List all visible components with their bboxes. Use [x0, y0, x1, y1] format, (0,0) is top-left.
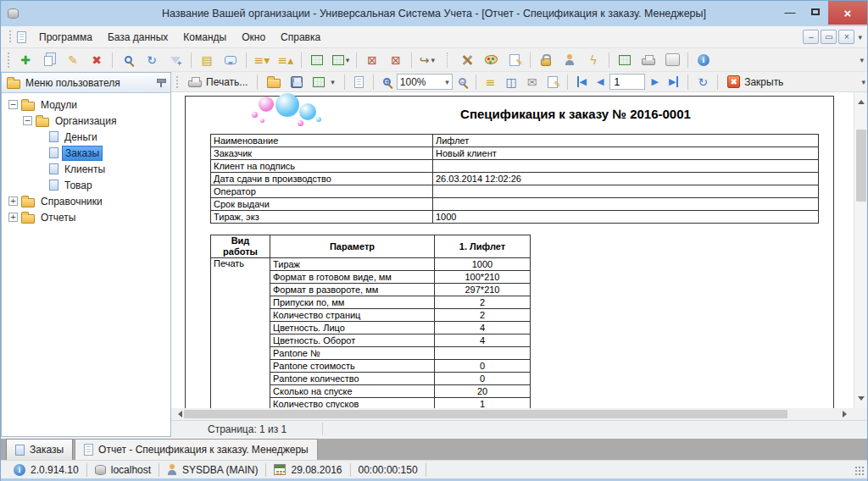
tools-button[interactable]	[456, 50, 478, 70]
toolbar-grip[interactable]	[8, 30, 13, 44]
horizontal-scrollbar[interactable]	[171, 408, 867, 420]
page-icon	[84, 444, 93, 456]
scroll-down-icon[interactable]	[858, 396, 865, 404]
filter-button[interactable]	[164, 50, 186, 70]
first-page-button[interactable]: ◀	[573, 73, 591, 91]
menu-programma[interactable]: Программа	[31, 29, 100, 46]
host-text: localhost	[111, 464, 151, 476]
tree-item-label: Организация	[53, 114, 119, 128]
horizontal-scroll-thumb[interactable]	[184, 410, 787, 418]
collapse-all-button[interactable]: ≡▴	[275, 50, 297, 70]
add-icon: ✚	[20, 54, 31, 66]
open-report-button[interactable]	[263, 73, 285, 91]
vertical-scroll-thumb[interactable]	[856, 130, 866, 202]
tree-item-tovar[interactable]: Товар	[2, 177, 170, 193]
close-all-windows-button[interactable]: ⊠	[385, 50, 407, 70]
menu-spravka[interactable]: Справка	[273, 29, 328, 46]
tab-zakazy[interactable]: Заказы	[6, 439, 73, 460]
form-editor-button[interactable]	[504, 50, 526, 70]
tree-item-dengi[interactable]: Деньги	[2, 129, 170, 145]
mdi-close-button[interactable]: ×	[838, 30, 854, 44]
search-button[interactable]	[117, 50, 139, 70]
dropdown-caret: ▾	[431, 56, 436, 64]
expand-box-icon[interactable]: +	[8, 213, 18, 222]
zoom-out-icon: −	[459, 78, 466, 86]
edit-button[interactable]: ✎	[62, 50, 84, 70]
tree-item-klienty[interactable]: Клиенты	[2, 161, 170, 177]
export-menu-button[interactable]: ▾	[330, 50, 352, 70]
mdi-restore-button[interactable]: ▭	[821, 30, 837, 44]
maximize-button[interactable]	[803, 1, 828, 23]
palette-button[interactable]	[480, 50, 502, 70]
toolbar-separator	[411, 53, 412, 68]
refresh-button[interactable]: ↻	[141, 50, 163, 70]
zoom-in-button[interactable]: +	[379, 73, 395, 91]
info-button[interactable]	[693, 50, 715, 70]
save-report-button[interactable]	[287, 73, 307, 91]
report-toolbar-overflow-caret[interactable]: ▾	[861, 78, 865, 86]
expand-all-button[interactable]: ≡▾	[251, 50, 273, 70]
run-button[interactable]	[661, 50, 683, 70]
lock-button[interactable]	[535, 50, 557, 70]
tree-item-moduli[interactable]: −Модули	[2, 97, 170, 113]
page-settings-button[interactable]: ✉	[523, 73, 542, 91]
field-chooser-button[interactable]: ▤	[196, 50, 218, 70]
table-button[interactable]	[614, 50, 636, 70]
zoom-out-button[interactable]: −	[454, 73, 470, 91]
exit-button[interactable]: ↪▾	[416, 50, 438, 70]
outline-button[interactable]: ≡	[481, 73, 500, 91]
search-icon	[125, 56, 132, 64]
close-report-button[interactable]: ✖ Закрыть	[723, 73, 787, 91]
export-report-button[interactable]: ▾	[309, 73, 339, 91]
menubar-overflow-caret[interactable]: ▾	[858, 33, 862, 41]
zoom-combo[interactable]: 100% ▾	[397, 74, 453, 90]
tree-item-otchety[interactable]: +Отчеты	[2, 209, 170, 225]
power-button[interactable]: ϟ	[582, 50, 604, 70]
expand-box-icon[interactable]: +	[8, 196, 18, 206]
toolbar-grip[interactable]	[175, 75, 180, 88]
comments-button[interactable]	[220, 50, 242, 70]
menu-okno[interactable]: Окно	[234, 29, 273, 46]
info-row: Клиент на подпись	[211, 160, 819, 173]
next-page-button[interactable]: ▶	[647, 73, 662, 91]
status-bar: 2.0.914.10 localhost SYSDBA (MAIN) 29.08…	[1, 460, 867, 478]
export-excel-button[interactable]	[306, 50, 328, 70]
close-button[interactable]: ×	[828, 1, 867, 25]
last-page-button[interactable]: ▶	[665, 73, 682, 91]
scroll-right-icon[interactable]	[843, 411, 850, 417]
copy-button[interactable]	[38, 50, 60, 70]
minimize-button[interactable]: —	[777, 1, 803, 23]
preview-button[interactable]	[350, 73, 368, 91]
resize-grip[interactable]	[855, 467, 865, 476]
prev-page-button[interactable]: ◀	[593, 73, 608, 91]
tree-item-zakazy[interactable]: Заказы	[2, 145, 170, 161]
toolbar-grip[interactable]	[7, 52, 11, 68]
print-report-button[interactable]: Печать...	[184, 73, 252, 91]
mdi-minimize-button[interactable]: –	[803, 30, 819, 44]
menu-baza-dannyh[interactable]: База данных	[100, 29, 175, 46]
tab-report[interactable]: Отчет - Спецификация к заказу. Менеджеры	[75, 439, 318, 460]
tree-item-organizatsiya[interactable]: −Организация	[2, 113, 170, 129]
users-button[interactable]	[559, 50, 581, 70]
refresh-report-button[interactable]: ↻	[693, 73, 712, 91]
toolbar-overflow-caret[interactable]: ▾	[860, 56, 864, 64]
page-number-input[interactable]	[609, 74, 645, 90]
menu-komandy[interactable]: Команды	[175, 29, 234, 46]
delete-button[interactable]: ✖	[86, 50, 108, 70]
collapse-box-icon[interactable]: −	[8, 100, 18, 109]
thumbnails-button[interactable]: ◫	[502, 73, 521, 91]
pin-icon[interactable]	[156, 78, 165, 87]
close-window-button[interactable]: ⊠	[361, 50, 383, 70]
add-button[interactable]: ✚	[14, 50, 36, 70]
collapse-box-icon[interactable]: −	[23, 116, 32, 125]
print-button[interactable]	[637, 50, 659, 70]
scroll-left-icon[interactable]	[175, 411, 182, 417]
edit-page-button[interactable]	[543, 73, 562, 91]
edit-icon: ✎	[68, 54, 78, 66]
scroll-up-icon[interactable]	[858, 97, 865, 104]
host-item: localhost	[87, 464, 159, 476]
tree-item-spravochniki[interactable]: +Справочники	[2, 193, 170, 209]
vertical-scrollbar[interactable]	[854, 92, 867, 408]
info-cell: Тираж, экз	[211, 211, 433, 224]
close-all-windows-icon: ⊠	[391, 54, 401, 66]
